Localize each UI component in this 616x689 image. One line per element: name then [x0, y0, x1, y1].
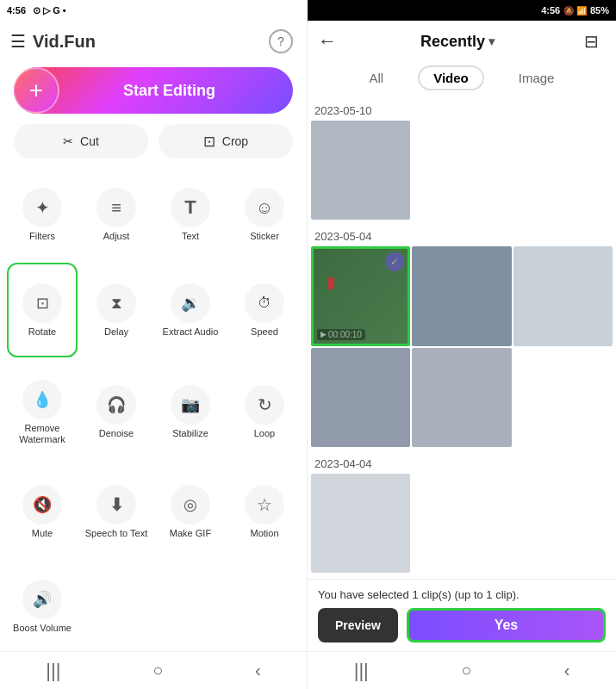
- stabilize-icon: 📷: [171, 385, 210, 425]
- battery-right: 85%: [590, 5, 609, 16]
- icons-left: ⊙ ▷ G •: [33, 5, 66, 16]
- tool-remove-watermark[interactable]: 💧 Remove Watermark: [7, 361, 78, 463]
- filter-tabs: All Video Image: [308, 62, 616, 99]
- preview-button[interactable]: Preview: [318, 608, 398, 642]
- remove-watermark-label: Remove Watermark: [10, 423, 74, 445]
- denoise-label: Denoise: [99, 428, 134, 439]
- tool-loop[interactable]: ↻ Loop: [229, 361, 300, 463]
- nav-icon-menu-right[interactable]: |||: [354, 660, 369, 682]
- motion-icon: ☆: [245, 485, 284, 525]
- rotate-label: Rotate: [28, 326, 56, 338]
- tool-stabilize[interactable]: 📷 Stabilize: [155, 361, 226, 463]
- media-thumb[interactable]: [311, 121, 410, 220]
- tool-speech-to-text[interactable]: ⬇ Speech to Text: [81, 466, 152, 556]
- cut-icon: ✂: [63, 134, 73, 148]
- tool-filters[interactable]: ✦ Filters: [7, 169, 78, 259]
- tab-image[interactable]: Image: [505, 67, 569, 89]
- cut-button[interactable]: ✂ Cut: [14, 124, 148, 158]
- tool-motion[interactable]: ☆ Motion: [229, 466, 300, 556]
- tool-rotate[interactable]: ⊡ Rotate: [7, 263, 78, 357]
- time-left: 4:56: [7, 5, 26, 16]
- tool-boost-volume[interactable]: 🔊 Boost Volume: [7, 561, 78, 651]
- date-section-2023-04-04: 2023-04-04: [311, 452, 613, 573]
- boost-volume-icon: 🔊: [22, 580, 62, 619]
- tool-speed[interactable]: ⏱ Speed: [229, 263, 300, 357]
- speed-label: Speed: [251, 326, 278, 338]
- date-label: 2023-05-10: [311, 99, 613, 121]
- tool-text[interactable]: T Text: [155, 169, 226, 259]
- start-editing-label: Start Editing: [59, 82, 293, 100]
- speed-icon: ⏱: [245, 283, 284, 323]
- tool-make-gif[interactable]: ◎ Make GIF: [155, 466, 226, 556]
- rotate-icon: ⊡: [22, 283, 62, 323]
- media-thumb-selected[interactable]: ✓ ▶ 00:00:10: [311, 246, 410, 345]
- tool-extract-audio[interactable]: 🔉 Extract Audio: [155, 263, 226, 357]
- extract-audio-icon: 🔉: [171, 283, 210, 323]
- crop-icon: ⊡: [203, 133, 215, 151]
- crop-button[interactable]: ⊡ Crop: [159, 124, 293, 158]
- filters-icon: ✦: [22, 188, 62, 227]
- delay-icon: ⧗: [96, 283, 136, 323]
- app-title: Vid.Fun: [33, 32, 96, 52]
- plus-icon: +: [14, 67, 59, 114]
- media-grid: [311, 474, 613, 573]
- tool-adjust[interactable]: ≡ Adjust: [81, 169, 152, 259]
- right-panel: ← Recently ▾ ⊟ All Video Image 2023-05-1…: [308, 0, 616, 689]
- speech-to-text-icon: ⬇: [96, 485, 136, 525]
- tool-denoise[interactable]: 🎧 Denoise: [81, 361, 152, 463]
- date-section-2023-05-04: 2023-05-04 ✓ ▶ 00:00:10: [311, 225, 613, 447]
- icons-right: 🔕 📶: [563, 6, 587, 16]
- nav-icon-home-right[interactable]: ○: [461, 661, 471, 680]
- tab-video[interactable]: Video: [418, 65, 484, 90]
- remove-watermark-icon: 💧: [22, 380, 62, 419]
- nav-icon-menu[interactable]: |||: [46, 660, 60, 682]
- camera-button[interactable]: ⊟: [578, 28, 606, 55]
- make-gif-label: Make GIF: [170, 528, 211, 539]
- hamburger-icon[interactable]: ☰: [10, 31, 26, 52]
- text-icon: T: [171, 188, 210, 227]
- media-thumb[interactable]: [412, 246, 511, 345]
- status-bar: 4:56 ⊙ ▷ G • 4:56 🔕 📶 85%: [0, 0, 616, 21]
- quick-actions: ✂ Cut ⊡ Crop: [0, 124, 307, 169]
- media-content: 2023-05-10 2023-05-04 ✓ ▶ 00:00:10: [308, 99, 616, 579]
- denoise-icon: 🎧: [96, 385, 136, 425]
- mute-icon: 🔇: [22, 485, 62, 525]
- app-header: ☰ Vid.Fun ?: [0, 21, 307, 62]
- nav-icon-back-right[interactable]: ‹: [564, 661, 570, 680]
- media-grid: ✓ ▶ 00:00:10: [311, 246, 613, 447]
- nav-icon-back[interactable]: ‹: [255, 661, 261, 680]
- recently-text: Recently: [420, 33, 485, 51]
- loop-icon: ↻: [245, 385, 284, 425]
- chevron-down-icon: ▾: [488, 34, 495, 48]
- app-header-left: ☰ Vid.Fun: [10, 31, 96, 52]
- cut-label: Cut: [80, 134, 99, 148]
- media-thumb[interactable]: [513, 246, 613, 345]
- nav-icon-home[interactable]: ○: [152, 661, 163, 680]
- media-thumb[interactable]: [412, 348, 511, 447]
- motion-label: Motion: [250, 528, 278, 539]
- recently-dropdown[interactable]: Recently ▾: [420, 33, 495, 51]
- sticker-label: Sticker: [250, 231, 279, 242]
- time-right: 4:56: [541, 5, 560, 16]
- right-bottom-nav: ||| ○ ‹: [308, 651, 616, 689]
- start-editing-button[interactable]: + Start Editing: [14, 67, 293, 114]
- crop-label: Crop: [222, 134, 248, 148]
- loop-label: Loop: [254, 428, 275, 439]
- yes-button[interactable]: Yes: [407, 608, 606, 642]
- media-grid: [311, 121, 613, 220]
- tab-all[interactable]: All: [356, 67, 398, 89]
- back-button[interactable]: ←: [318, 30, 337, 53]
- tool-delay[interactable]: ⧗ Delay: [81, 263, 152, 357]
- media-thumb[interactable]: [311, 348, 410, 447]
- tool-sticker[interactable]: ☺ Sticker: [229, 169, 300, 259]
- help-icon[interactable]: ?: [269, 29, 293, 53]
- status-bar-left: 4:56 ⊙ ▷ G •: [0, 0, 308, 21]
- tool-mute[interactable]: 🔇 Mute: [7, 466, 78, 556]
- filters-label: Filters: [29, 231, 55, 242]
- right-header: ← Recently ▾ ⊟: [308, 21, 616, 62]
- media-thumb[interactable]: [311, 474, 410, 573]
- adjust-label: Adjust: [103, 231, 130, 242]
- left-panel: ☰ Vid.Fun ? + Start Editing ✂ Cut ⊡ Crop…: [0, 0, 308, 689]
- speech-to-text-label: Speech to Text: [85, 528, 148, 539]
- selection-bar: You have selected 1 clip(s) (up to 1 cli…: [308, 579, 616, 651]
